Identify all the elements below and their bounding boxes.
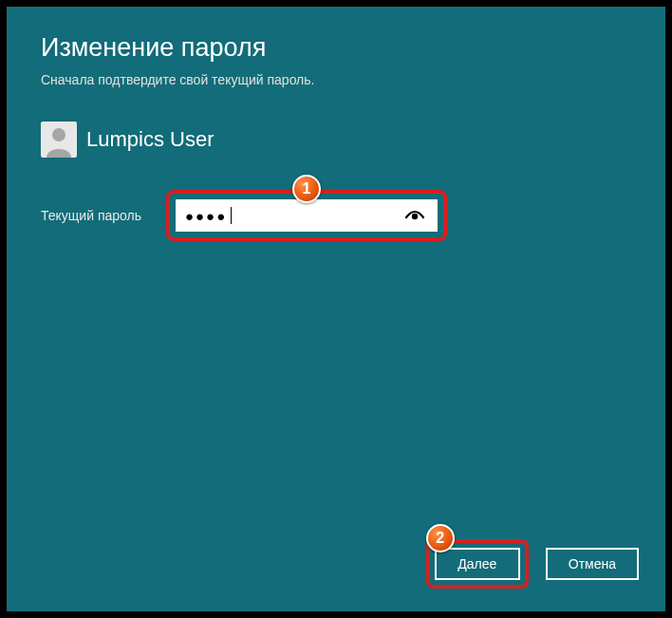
- avatar: [41, 122, 77, 158]
- page-subtitle: Сначала подтвердите свой текущий пароль.: [41, 72, 631, 87]
- username-label: Lumpics User: [86, 127, 214, 152]
- reveal-password-button[interactable]: [403, 204, 426, 227]
- annotation-highlight-1: 1: [166, 190, 447, 241]
- change-password-dialog: Изменение пароля Сначала подтвердите сво…: [7, 7, 665, 611]
- user-icon: [41, 122, 77, 158]
- cancel-button[interactable]: Отмена: [546, 548, 639, 580]
- window-frame: Изменение пароля Сначала подтвердите сво…: [0, 0, 672, 618]
- page-title: Изменение пароля: [41, 33, 631, 63]
- current-password-label: Текущий пароль: [41, 208, 174, 223]
- svg-point-1: [412, 214, 418, 219]
- eye-icon: [405, 209, 424, 222]
- annotation-badge-1: 1: [292, 175, 321, 203]
- current-password-input[interactable]: [176, 199, 438, 232]
- annotation-badge-2: 2: [426, 524, 455, 552]
- next-button[interactable]: Далее: [435, 548, 520, 580]
- user-row: Lumpics User: [41, 122, 631, 158]
- current-password-row: Текущий пароль 1: [41, 190, 631, 241]
- svg-point-0: [52, 128, 65, 141]
- text-caret: [231, 207, 232, 224]
- dialog-button-row: 2 Далее Отмена: [426, 539, 639, 589]
- annotation-highlight-2: 2 Далее: [426, 539, 529, 589]
